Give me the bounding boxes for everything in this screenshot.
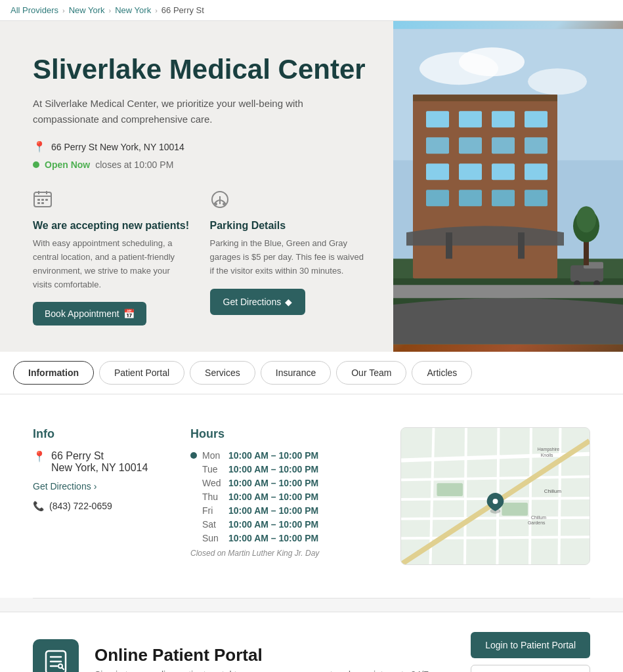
hero-address: 📍 66 Perry St New York, NY 10014 [33, 140, 367, 153]
info-address-line1: 66 Perry St [51, 450, 148, 462]
svg-rect-32 [492, 163, 515, 180]
open-dot-icon [33, 161, 39, 168]
hours-time-thu: 10:00 AM – 10:00 PM [228, 492, 318, 502]
svg-line-53 [401, 537, 590, 539]
tabs-nav: Information Patient Portal Services Insu… [0, 352, 623, 394]
svg-line-52 [401, 518, 590, 519]
card1-text: With easy appointment scheduling, a cent… [33, 237, 190, 291]
svg-rect-8 [41, 202, 44, 204]
directions-btn-icon: ◆ [285, 297, 292, 307]
hours-empty-dot-5 [190, 521, 197, 528]
hero-section: Sliverlake Medical Center At Silverlake … [0, 21, 623, 352]
svg-rect-34 [426, 190, 449, 206]
card2-title: Parking Details [210, 220, 368, 232]
hours-heading: Hours [190, 427, 374, 441]
svg-point-16 [459, 47, 525, 76]
info-phone-number: (843) 722-0659 [49, 501, 112, 511]
svg-rect-61 [502, 503, 528, 516]
hours-time-mon: 10:00 AM – 10:00 PM [228, 450, 318, 461]
svg-line-55 [465, 429, 466, 565]
info-directions-link[interactable]: Get Directions › [33, 481, 97, 492]
calendar-btn-icon: 📅 [123, 308, 135, 319]
hero-card-appointment: We are accepting new patients! With easy… [33, 190, 190, 326]
hours-empty-dot-2 [190, 480, 197, 486]
portal-icon [33, 639, 79, 672]
svg-rect-25 [525, 111, 548, 127]
tab-insurance[interactable]: Insurance [261, 361, 331, 385]
svg-rect-27 [459, 137, 482, 154]
svg-rect-39 [518, 232, 525, 259]
breadcrumb-sep-1: › [62, 7, 65, 14]
hero-hours: Open Now closes at 10:00 PM [33, 159, 367, 170]
breadcrumb-new-york-1[interactable]: New York [69, 5, 105, 15]
svg-text:Knolls: Knolls [541, 453, 553, 457]
closes-text: closes at 10:00 PM [95, 159, 173, 170]
svg-rect-24 [492, 111, 515, 127]
hours-time-tue: 10:00 AM – 10:00 PM [228, 464, 318, 474]
section-divider [33, 598, 590, 598]
map-container[interactable]: Hampshire Knolls Chillum Chillum Gardens [400, 427, 590, 565]
hours-day-sun: Sun [202, 533, 228, 543]
info-address-line2: New York, NY 10014 [51, 462, 148, 474]
svg-rect-29 [525, 137, 548, 154]
open-label: Open Now [45, 159, 90, 170]
svg-text:Chillum: Chillum [531, 515, 546, 520]
chevron-right-icon: › [94, 481, 97, 492]
info-address: 📍 66 Perry St New York, NY 10014 [33, 450, 164, 474]
portal-text: Online Patient Portal Sign in to our onl… [95, 645, 455, 672]
hero-title: Sliverlake Medical Center [33, 54, 367, 85]
info-column: Info 📍 66 Perry St New York, NY 10014 Ge… [33, 427, 164, 565]
parking-icon [210, 190, 368, 213]
hours-day-mon: Mon [202, 450, 228, 461]
breadcrumb-current: 66 Perry St [161, 5, 204, 15]
hours-empty-dot-4 [190, 507, 197, 514]
hours-empty-dot [190, 466, 197, 472]
hours-row-thu: Thu 10:00 AM – 10:00 PM [190, 492, 374, 502]
hero-content: Sliverlake Medical Center At Silverlake … [0, 21, 393, 352]
svg-point-46 [576, 206, 596, 232]
hours-column: Hours Mon 10:00 AM – 10:00 PM Tue 10:00 … [190, 427, 374, 565]
info-phone: 📞 (843) 722-0659 [33, 501, 164, 511]
hero-description: At Silverlake Medical Center, we priorit… [33, 96, 348, 127]
location-icon: 📍 [33, 140, 46, 153]
book-appointment-button[interactable]: Book Appointment 📅 [33, 302, 146, 326]
hours-row-sun: Sun 10:00 AM – 10:00 PM [190, 533, 374, 543]
svg-rect-60 [437, 484, 463, 497]
hero-address-text: 66 Perry St New York, NY 10014 [51, 142, 184, 152]
hours-time-sat: 10:00 AM – 10:00 PM [228, 519, 318, 530]
portal-buttons: Login to Patient Portal Make a Payment [471, 632, 590, 672]
svg-rect-31 [459, 163, 482, 180]
hours-day-sat: Sat [202, 519, 228, 530]
get-directions-button[interactable]: Get Directions ◆ [210, 289, 306, 315]
svg-rect-26 [426, 137, 449, 154]
svg-rect-36 [492, 190, 515, 206]
breadcrumb-new-york-2[interactable]: New York [115, 5, 151, 15]
tab-patient-portal[interactable]: Patient Portal [99, 361, 184, 385]
login-to-portal-button[interactable]: Login to Patient Portal [471, 632, 590, 658]
hours-row-mon: Mon 10:00 AM – 10:00 PM [190, 450, 374, 461]
hours-empty-dot-3 [190, 494, 197, 500]
hero-cards: We are accepting new patients! With easy… [33, 190, 367, 326]
svg-rect-4 [37, 199, 40, 201]
breadcrumb-sep-2: › [109, 7, 112, 14]
svg-point-63 [493, 499, 498, 504]
svg-line-57 [530, 429, 531, 565]
hours-active-dot [190, 452, 197, 459]
svg-text:Gardens: Gardens [528, 520, 546, 525]
svg-text:Hampshire: Hampshire [538, 447, 560, 452]
tab-articles[interactable]: Articles [412, 361, 472, 385]
portal-description: Sign in to our online patient portal to … [95, 669, 455, 672]
svg-rect-21 [413, 94, 557, 101]
hours-row-sat: Sat 10:00 AM – 10:00 PM [190, 519, 374, 530]
tab-our-team[interactable]: Our Team [336, 361, 406, 385]
tab-services[interactable]: Services [190, 361, 255, 385]
make-payment-button[interactable]: Make a Payment [471, 665, 590, 672]
svg-point-17 [528, 68, 587, 94]
calendar-icon [33, 190, 190, 213]
hours-time-fri: 10:00 AM – 10:00 PM [228, 505, 318, 516]
breadcrumb-all-providers[interactable]: All Providers [11, 5, 58, 15]
svg-rect-47 [393, 285, 623, 298]
hours-note: Closed on Martin Luther King Jr. Day [190, 549, 374, 558]
card1-title: We are accepting new patients! [33, 220, 190, 232]
tab-information[interactable]: Information [13, 361, 94, 385]
